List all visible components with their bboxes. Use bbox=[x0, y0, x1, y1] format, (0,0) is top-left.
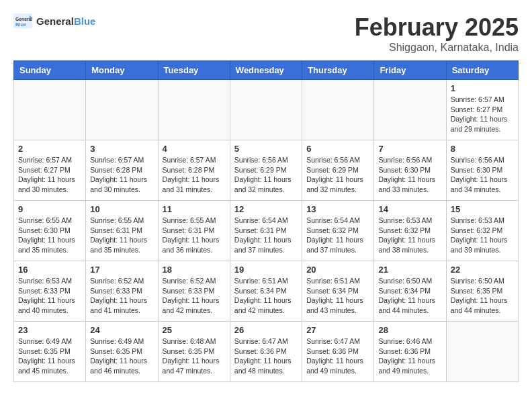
day-info: Sunrise: 6:56 AM Sunset: 6:30 PM Dayligh… bbox=[378, 155, 441, 195]
calendar-cell: 15Sunrise: 6:53 AM Sunset: 6:32 PM Dayli… bbox=[446, 201, 518, 261]
day-number: 16 bbox=[18, 265, 81, 275]
day-info: Sunrise: 6:49 AM Sunset: 6:35 PM Dayligh… bbox=[90, 336, 153, 376]
weekday-header-sunday: Sunday bbox=[14, 61, 86, 80]
day-number: 18 bbox=[163, 265, 226, 275]
weekday-header-thursday: Thursday bbox=[302, 61, 374, 80]
calendar-cell: 21Sunrise: 6:50 AM Sunset: 6:34 PM Dayli… bbox=[374, 261, 446, 322]
weekday-header-friday: Friday bbox=[374, 61, 446, 80]
calendar-cell: 2Sunrise: 6:57 AM Sunset: 6:27 PM Daylig… bbox=[14, 140, 86, 201]
day-info: Sunrise: 6:56 AM Sunset: 6:29 PM Dayligh… bbox=[234, 155, 298, 195]
calendar-cell: 25Sunrise: 6:48 AM Sunset: 6:35 PM Dayli… bbox=[158, 322, 230, 382]
day-info: Sunrise: 6:49 AM Sunset: 6:35 PM Dayligh… bbox=[18, 336, 81, 376]
logo-general: General bbox=[36, 15, 74, 27]
weekday-header-tuesday: Tuesday bbox=[158, 61, 230, 80]
title-block: February 2025 Shiggaon, Karnataka, India bbox=[355, 13, 519, 54]
day-number: 20 bbox=[306, 265, 369, 275]
day-info: Sunrise: 6:47 AM Sunset: 6:36 PM Dayligh… bbox=[306, 336, 369, 376]
day-info: Sunrise: 6:53 AM Sunset: 6:32 PM Dayligh… bbox=[378, 216, 441, 255]
day-number: 3 bbox=[90, 144, 153, 154]
location-title: Shiggaon, Karnataka, India bbox=[355, 42, 519, 54]
day-info: Sunrise: 6:55 AM Sunset: 6:30 PM Dayligh… bbox=[18, 216, 81, 255]
day-number: 13 bbox=[306, 204, 369, 214]
calendar-cell: 10Sunrise: 6:55 AM Sunset: 6:31 PM Dayli… bbox=[86, 201, 158, 261]
day-number: 5 bbox=[234, 144, 298, 154]
day-number: 28 bbox=[378, 325, 441, 335]
calendar-cell: 17Sunrise: 6:52 AM Sunset: 6:33 PM Dayli… bbox=[86, 261, 158, 322]
month-title: February 2025 bbox=[355, 13, 519, 42]
calendar-cell: 18Sunrise: 6:52 AM Sunset: 6:33 PM Dayli… bbox=[158, 261, 230, 322]
calendar-cell: 8Sunrise: 6:56 AM Sunset: 6:30 PM Daylig… bbox=[446, 140, 518, 201]
day-info: Sunrise: 6:48 AM Sunset: 6:35 PM Dayligh… bbox=[163, 336, 226, 376]
day-number: 4 bbox=[163, 144, 226, 154]
calendar-cell: 22Sunrise: 6:50 AM Sunset: 6:35 PM Dayli… bbox=[446, 261, 518, 322]
calendar-cell: 16Sunrise: 6:53 AM Sunset: 6:33 PM Dayli… bbox=[14, 261, 86, 322]
weekday-header-monday: Monday bbox=[86, 61, 158, 80]
day-number: 14 bbox=[378, 204, 441, 214]
calendar-cell bbox=[446, 322, 518, 382]
day-number: 17 bbox=[90, 265, 153, 275]
day-info: Sunrise: 6:54 AM Sunset: 6:31 PM Dayligh… bbox=[234, 216, 298, 255]
calendar-cell: 24Sunrise: 6:49 AM Sunset: 6:35 PM Dayli… bbox=[86, 322, 158, 382]
day-number: 23 bbox=[18, 325, 81, 335]
logo: General Blue GeneralBlue bbox=[13, 13, 95, 30]
calendar-cell: 19Sunrise: 6:51 AM Sunset: 6:34 PM Dayli… bbox=[230, 261, 302, 322]
calendar-cell: 12Sunrise: 6:54 AM Sunset: 6:31 PM Dayli… bbox=[230, 201, 302, 261]
calendar-week-3: 9Sunrise: 6:55 AM Sunset: 6:30 PM Daylig… bbox=[14, 201, 519, 261]
calendar-cell bbox=[230, 80, 302, 140]
day-info: Sunrise: 6:56 AM Sunset: 6:30 PM Dayligh… bbox=[451, 155, 514, 195]
calendar-cell: 7Sunrise: 6:56 AM Sunset: 6:30 PM Daylig… bbox=[374, 140, 446, 201]
calendar-week-5: 23Sunrise: 6:49 AM Sunset: 6:35 PM Dayli… bbox=[14, 322, 519, 382]
day-info: Sunrise: 6:50 AM Sunset: 6:34 PM Dayligh… bbox=[378, 276, 441, 316]
day-info: Sunrise: 6:55 AM Sunset: 6:31 PM Dayligh… bbox=[90, 216, 153, 255]
calendar-cell: 5Sunrise: 6:56 AM Sunset: 6:29 PM Daylig… bbox=[230, 140, 302, 201]
day-info: Sunrise: 6:57 AM Sunset: 6:28 PM Dayligh… bbox=[163, 155, 226, 195]
calendar-cell bbox=[158, 80, 230, 140]
day-number: 6 bbox=[306, 144, 369, 154]
calendar-cell: 28Sunrise: 6:46 AM Sunset: 6:36 PM Dayli… bbox=[374, 322, 446, 382]
calendar-cell: 1Sunrise: 6:57 AM Sunset: 6:27 PM Daylig… bbox=[446, 80, 518, 140]
day-info: Sunrise: 6:57 AM Sunset: 6:27 PM Dayligh… bbox=[18, 155, 81, 195]
day-info: Sunrise: 6:47 AM Sunset: 6:36 PM Dayligh… bbox=[234, 336, 298, 376]
weekday-header-saturday: Saturday bbox=[446, 61, 518, 80]
day-info: Sunrise: 6:46 AM Sunset: 6:36 PM Dayligh… bbox=[378, 336, 441, 376]
day-number: 1 bbox=[451, 83, 514, 93]
calendar-cell: 14Sunrise: 6:53 AM Sunset: 6:32 PM Dayli… bbox=[374, 201, 446, 261]
calendar-header-row: SundayMondayTuesdayWednesdayThursdayFrid… bbox=[14, 61, 519, 80]
calendar-cell: 26Sunrise: 6:47 AM Sunset: 6:36 PM Dayli… bbox=[230, 322, 302, 382]
day-number: 11 bbox=[163, 204, 226, 214]
calendar-cell bbox=[302, 80, 374, 140]
weekday-header-wednesday: Wednesday bbox=[230, 61, 302, 80]
day-number: 15 bbox=[451, 204, 514, 214]
day-info: Sunrise: 6:53 AM Sunset: 6:33 PM Dayligh… bbox=[18, 276, 81, 316]
day-info: Sunrise: 6:54 AM Sunset: 6:32 PM Dayligh… bbox=[306, 216, 369, 255]
day-number: 7 bbox=[378, 144, 441, 154]
calendar-week-4: 16Sunrise: 6:53 AM Sunset: 6:33 PM Dayli… bbox=[14, 261, 519, 322]
day-number: 27 bbox=[306, 325, 369, 335]
calendar-cell: 9Sunrise: 6:55 AM Sunset: 6:30 PM Daylig… bbox=[14, 201, 86, 261]
logo-blue: Blue bbox=[74, 15, 96, 27]
day-number: 19 bbox=[234, 265, 298, 275]
calendar-cell: 11Sunrise: 6:55 AM Sunset: 6:31 PM Dayli… bbox=[158, 201, 230, 261]
logo-icon: General Blue bbox=[13, 13, 34, 30]
day-number: 8 bbox=[451, 144, 514, 154]
day-info: Sunrise: 6:52 AM Sunset: 6:33 PM Dayligh… bbox=[163, 276, 226, 316]
day-number: 24 bbox=[90, 325, 153, 335]
day-info: Sunrise: 6:57 AM Sunset: 6:27 PM Dayligh… bbox=[451, 95, 514, 134]
day-info: Sunrise: 6:57 AM Sunset: 6:28 PM Dayligh… bbox=[90, 155, 153, 195]
day-number: 12 bbox=[234, 204, 298, 214]
calendar-cell: 6Sunrise: 6:56 AM Sunset: 6:29 PM Daylig… bbox=[302, 140, 374, 201]
page-header: General Blue GeneralBlue February 2025 S… bbox=[13, 13, 519, 54]
calendar-cell bbox=[374, 80, 446, 140]
day-number: 2 bbox=[18, 144, 81, 154]
calendar-cell: 20Sunrise: 6:51 AM Sunset: 6:34 PM Dayli… bbox=[302, 261, 374, 322]
calendar-week-1: 1Sunrise: 6:57 AM Sunset: 6:27 PM Daylig… bbox=[14, 80, 519, 140]
calendar-cell: 27Sunrise: 6:47 AM Sunset: 6:36 PM Dayli… bbox=[302, 322, 374, 382]
day-info: Sunrise: 6:52 AM Sunset: 6:33 PM Dayligh… bbox=[90, 276, 153, 316]
day-info: Sunrise: 6:51 AM Sunset: 6:34 PM Dayligh… bbox=[306, 276, 369, 316]
day-number: 22 bbox=[451, 265, 514, 275]
svg-text:Blue: Blue bbox=[15, 21, 26, 28]
day-info: Sunrise: 6:56 AM Sunset: 6:29 PM Dayligh… bbox=[306, 155, 369, 195]
day-number: 25 bbox=[163, 325, 226, 335]
calendar-cell: 4Sunrise: 6:57 AM Sunset: 6:28 PM Daylig… bbox=[158, 140, 230, 201]
day-info: Sunrise: 6:53 AM Sunset: 6:32 PM Dayligh… bbox=[451, 216, 514, 255]
